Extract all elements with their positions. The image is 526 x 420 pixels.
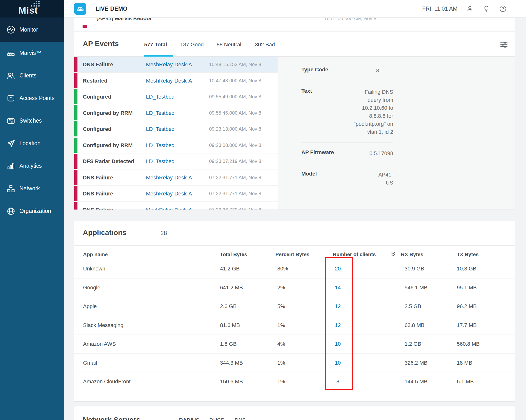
severity-bar <box>74 186 78 201</box>
event-type: DNS Failure <box>83 186 113 201</box>
total-bytes: 344.3 MB <box>220 354 243 372</box>
tab-total[interactable]: 577 Total <box>144 41 167 48</box>
network-icon <box>6 184 16 193</box>
column-header-percent-bytes[interactable]: Percent Bytes <box>275 251 309 257</box>
mist-logo[interactable]: Mist <box>0 0 64 18</box>
event-row[interactable]: Configured LD_Testbed 09:55:49.000 AM, N… <box>74 89 278 105</box>
table-row[interactable]: Apple 2.6 GB 5% 12 2.5 GB 96.2 MB <box>74 297 515 316</box>
tab-dns[interactable]: DNS <box>235 417 246 420</box>
table-row[interactable]: Amazon CloudFront 150.6 MB 1% 8 144.5 MB… <box>74 372 515 391</box>
sidebar-item-label: Network <box>20 185 40 192</box>
detail-field-model: Model AP41-US <box>301 164 393 193</box>
event-timestamp: 07:22:31.771 AM, Nov 8 <box>209 170 261 185</box>
user-icon[interactable] <box>466 5 474 13</box>
active-tab-underline <box>144 55 173 57</box>
tab-bad[interactable]: 302 Bad <box>255 41 275 48</box>
filter-settings-icon[interactable] <box>500 41 508 48</box>
sidebar-item-label: Switches <box>20 118 42 124</box>
help-icon[interactable]: ? <box>499 5 507 13</box>
applications-count: 28 <box>161 230 167 236</box>
ap-name-link[interactable]: MeshRelay-Desk-A <box>146 73 192 89</box>
event-row[interactable]: Configured by RRM LD_Testbed 09:23:08.00… <box>74 137 278 153</box>
event-row[interactable]: DNS Failure MeshRelay-Desk-A 07:22:31.77… <box>74 186 278 202</box>
event-row[interactable]: Configured LD_Testbed 09:23:13.000 AM, N… <box>74 121 278 137</box>
sidebar-item-clients[interactable]: Clients <box>0 64 64 87</box>
rx-bytes: 63.8 MB <box>405 316 425 335</box>
table-row[interactable]: Google 641.2 MB 2% 14 546.1 MB 95.1 MB <box>74 279 515 297</box>
ap-name-link[interactable]: MeshRelay-Desk-A <box>146 202 192 210</box>
app-name: Unknown <box>83 260 105 278</box>
table-row[interactable]: Unknown 41.2 GB 80% 20 30.9 GB 10.3 GB <box>74 260 515 279</box>
event-row[interactable]: Restarted MeshRelay-Desk-A 10:47:48.000 … <box>74 73 278 89</box>
clients-count-link[interactable]: 10 <box>324 354 351 372</box>
total-bytes: 81.6 MB <box>220 316 240 335</box>
sidebar-item-monitor[interactable]: Monitor <box>0 18 64 42</box>
event-detail-panel: Type Code 3 Text Failing DNS query from … <box>278 57 515 210</box>
ap-name-link[interactable]: MeshRelay-Desk-A <box>146 170 192 185</box>
column-header-number-of-clients[interactable]: Number of clients <box>333 251 376 257</box>
sidebar-item-label: Marvis™ <box>20 50 41 56</box>
applications-panel: Applications 28 App name Total Bytes Per… <box>74 221 515 401</box>
column-header-total-bytes[interactable]: Total Bytes <box>220 251 247 257</box>
sidebar-item-network[interactable]: Network <box>0 177 64 200</box>
column-header-rx-bytes[interactable]: RX Bytes <box>401 251 423 257</box>
ap-name-link[interactable]: LD_Testbed <box>146 153 174 169</box>
column-header-tx-bytes[interactable]: TX Bytes <box>457 251 479 257</box>
event-row[interactable]: DNS Failure MeshRelay-Desk-A 10:48:15.15… <box>74 57 278 73</box>
event-timestamp: 09:55:49.000 AM, Nov 8 <box>209 89 261 105</box>
tab-dhcp[interactable]: DHCP <box>209 417 224 420</box>
table-row[interactable]: Slack Messaging 81.6 MB 1% 12 63.8 MB 17… <box>74 316 515 335</box>
org-name[interactable]: LIVE DEMO <box>96 0 128 18</box>
rx-bytes: 326.2 MB <box>405 354 427 372</box>
tab-radius[interactable]: RADIUS <box>179 417 199 420</box>
clients-count-link[interactable]: 12 <box>324 316 351 335</box>
sidebar-item-analytics[interactable]: Analytics <box>0 155 64 177</box>
clients-count-link[interactable]: 10 <box>324 335 351 353</box>
total-bytes: 2.6 GB <box>220 297 237 316</box>
event-type: Restarted <box>83 73 107 89</box>
ap-name-link[interactable]: LD_Testbed <box>146 89 174 105</box>
ap-name-link[interactable]: LD_Testbed <box>146 105 174 121</box>
mist-dashboard: Mist Monitor Marvis™ Clients <box>0 0 526 420</box>
sidebar-item-label: Location <box>20 140 40 147</box>
app-name: Apple <box>83 297 97 316</box>
event-row[interactable]: DNS Failure MeshRelay-Desk-A 07:22:26.77… <box>74 202 278 210</box>
clients-count-link[interactable]: 20 <box>324 260 351 278</box>
sidebar-item-access-points[interactable]: Access Points <box>0 87 64 110</box>
scrolled-out-event-row[interactable]: (AP41) Marvis Reboot 10:51:00.000 AM, No… <box>74 18 515 31</box>
event-type: DFS Radar Detected <box>83 153 134 169</box>
event-row[interactable]: DFS Radar Detected LD_Testbed 09:23:07.2… <box>74 153 278 170</box>
sort-descending-icon[interactable] <box>390 251 396 258</box>
sidebar-item-location[interactable]: Location <box>0 132 64 155</box>
app-name: Google <box>83 279 100 297</box>
ap-name-link[interactable]: LD_Testbed <box>146 137 174 153</box>
sidebar-item-marvis[interactable]: Marvis™ <box>0 42 64 64</box>
clients-count-link[interactable]: 14 <box>324 279 351 297</box>
clients-count-link[interactable]: 8 <box>324 372 351 391</box>
event-row[interactable]: Configured by RRM LD_Testbed 09:55:46.00… <box>74 105 278 121</box>
percent-bytes: 1% <box>277 372 285 391</box>
event-type: Configured <box>83 89 111 105</box>
table-row[interactable]: Gmail 344.3 MB 1% 10 326.2 MB 18 MB <box>74 354 515 373</box>
table-row[interactable]: Amazon AWS 1.8 GB 4% 10 1.2 GB 560.8 MB <box>74 335 515 354</box>
sidebar-item-switches[interactable]: Switches <box>0 110 64 132</box>
ap-name-link[interactable]: MeshRelay-Desk-A <box>146 186 192 201</box>
clients-count-link[interactable]: 12 <box>324 297 351 316</box>
event-row[interactable]: DNS Failure MeshRelay-Desk-A 07:22:31.77… <box>74 170 278 186</box>
ap-name-link[interactable]: LD_Testbed <box>146 121 174 137</box>
lightbulb-icon[interactable] <box>482 5 491 13</box>
column-header-app-name[interactable]: App name <box>83 251 108 257</box>
ap-name-link[interactable]: MeshRelay-Desk-A <box>146 57 192 72</box>
event-type: DNS Failure <box>83 202 113 210</box>
app-name: Amazon AWS <box>83 335 116 353</box>
partial-event-timestamp: 10:51:00.000 AM, Nov 8 <box>324 18 376 21</box>
rx-bytes: 1.2 GB <box>405 335 421 353</box>
sidebar-item-organization[interactable]: Organization <box>0 200 64 222</box>
sidebar-item-label: Organization <box>20 208 51 214</box>
tab-good[interactable]: 187 Good <box>180 41 204 48</box>
tab-neutral[interactable]: 88 Neutral <box>217 41 241 48</box>
detail-label: AP Firmware <box>301 149 334 156</box>
event-timestamp: 09:23:08.000 AM, Nov 8 <box>209 137 261 153</box>
event-type: Configured by RRM <box>83 105 132 121</box>
org-icon[interactable] <box>74 3 86 15</box>
